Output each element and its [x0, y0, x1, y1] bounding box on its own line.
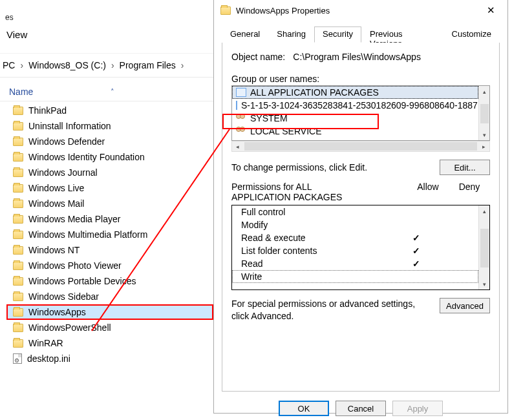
edit-button[interactable]: Edit...	[440, 160, 490, 175]
folder-icon	[13, 339, 23, 348]
file-name: Windows Journal	[28, 167, 98, 178]
scrollbar-thumb[interactable]	[244, 142, 477, 151]
close-button[interactable]: ✕	[476, 1, 505, 19]
permission-allow-cell: ✓	[396, 233, 437, 243]
file-name: Windows Media Player	[28, 214, 120, 224]
view-menu[interactable]: View	[0, 24, 213, 53]
file-row[interactable]: Windows NT	[6, 242, 213, 258]
advanced-button[interactable]: Advanced	[440, 298, 490, 313]
file-row[interactable]: Windows Media Player	[6, 211, 213, 227]
users-icon	[236, 114, 246, 123]
file-name: Windows Multimedia Platform	[28, 229, 147, 240]
breadcrumb-segment[interactable]: Windows8_OS (C:)	[28, 60, 106, 70]
file-row[interactable]: Windows Sidebar	[6, 289, 213, 304]
vertical-scrollbar[interactable]: ▴ ▾	[478, 205, 489, 289]
file-name: ThinkPad	[28, 105, 67, 116]
principal-label: LOCAL SERVICE	[250, 126, 322, 136]
tab-sharing[interactable]: Sharing	[268, 26, 314, 43]
permission-allow-cell: ✓	[396, 258, 437, 269]
folder-icon	[13, 122, 23, 131]
file-name: WindowsPowerShell	[28, 322, 111, 333]
folder-icon	[220, 6, 231, 15]
apply-button[interactable]: Apply	[392, 401, 443, 416]
folder-icon	[13, 215, 23, 224]
file-row[interactable]: Windows Mail	[6, 196, 213, 211]
file-name: Windows Photo Viewer	[28, 260, 122, 271]
permission-row[interactable]: Full control	[232, 205, 478, 218]
file-row[interactable]: Windows Multimedia Platform	[6, 227, 213, 242]
column-deny-header: Deny	[449, 182, 490, 202]
scroll-down-arrow-icon[interactable]: ▾	[479, 278, 489, 289]
folder-icon	[13, 231, 23, 239]
permission-row[interactable]: Modify	[232, 218, 478, 231]
properties-dialog: WindowsApps Properties ✕ GeneralSharingS…	[213, 0, 508, 414]
principal-label: SYSTEM	[250, 113, 288, 123]
permission-row[interactable]: Read & execute✓	[232, 231, 478, 244]
file-row[interactable]: Windows Portable Devices	[6, 273, 213, 289]
config-file-icon	[13, 353, 22, 364]
file-row[interactable]: Windows Identity Foundation	[6, 149, 213, 165]
file-row[interactable]: ThinkPad	[6, 103, 213, 118]
ok-button[interactable]: OK	[279, 401, 329, 416]
file-row[interactable]: Uninstall Information	[6, 118, 213, 134]
horizontal-scrollbar[interactable]: ◂ ▸	[231, 141, 490, 152]
security-tab-content: Object name: C:\Program Files\WindowsApp…	[222, 43, 500, 392]
permission-allow-cell: ✓	[396, 246, 437, 256]
permission-label: Read	[241, 258, 396, 269]
file-row[interactable]: Windows Live	[6, 180, 213, 196]
permission-label: Full control	[241, 207, 396, 217]
file-row[interactable]: Windows Defender	[6, 134, 213, 149]
folder-icon	[13, 200, 23, 208]
folder-icon	[13, 138, 23, 146]
tab-strip: GeneralSharingSecurityPrevious VersionsC…	[222, 26, 500, 43]
scroll-up-arrow-icon[interactable]: ▴	[479, 205, 489, 216]
permission-label: Read & execute	[241, 233, 396, 243]
chevron-right-icon: ›	[20, 60, 23, 70]
file-row[interactable]: WindowsPowerShell	[6, 320, 213, 335]
file-row[interactable]: WindowsApps	[6, 304, 213, 320]
scrollbar-thumb[interactable]	[480, 229, 489, 268]
vertical-scrollbar[interactable]: ▴ ▾	[478, 86, 489, 140]
breadcrumb-segment[interactable]: PC	[3, 60, 15, 70]
file-name: Windows Portable Devices	[28, 276, 136, 286]
file-row[interactable]: Windows Journal	[6, 165, 213, 180]
scroll-up-arrow-icon[interactable]: ▴	[479, 86, 489, 97]
permission-label: Modify	[241, 220, 396, 230]
file-row[interactable]: WinRAR	[6, 335, 213, 351]
folder-icon	[13, 107, 23, 115]
file-explorer-window: es View PC › Windows8_OS (C:) › Program …	[0, 9, 213, 407]
file-row[interactable]: Windows Photo Viewer	[6, 258, 213, 273]
scroll-right-arrow-icon[interactable]: ▸	[478, 142, 489, 151]
file-row[interactable]: desktop.ini	[6, 351, 213, 366]
scroll-down-arrow-icon[interactable]: ▾	[479, 129, 489, 140]
column-header-label: Name	[9, 87, 33, 97]
principal-item[interactable]: ALL APPLICATION PACKAGES	[232, 86, 478, 99]
permissions-listbox[interactable]: Full controlModifyRead & execute✓List fo…	[232, 205, 478, 289]
column-header-name[interactable]: Name ˄	[0, 77, 213, 101]
principal-label: S-1-15-3-1024-3635283841-2530182609-9968…	[241, 100, 478, 110]
breadcrumb[interactable]: PC › Windows8_OS (C:) › Program Files ›	[0, 56, 213, 77]
principal-item[interactable]: SYSTEM	[232, 112, 478, 125]
permission-row[interactable]: List folder contents✓	[232, 244, 478, 257]
breadcrumb-segment[interactable]: Program Files	[120, 60, 176, 70]
principals-listbox[interactable]: ALL APPLICATION PACKAGESS-1-15-3-1024-36…	[232, 86, 478, 140]
scroll-left-arrow-icon[interactable]: ◂	[232, 142, 243, 151]
users-icon	[236, 127, 246, 136]
tab-general[interactable]: General	[222, 26, 268, 43]
file-name: Windows Live	[28, 183, 84, 193]
principal-item[interactable]: LOCAL SERVICE	[232, 125, 478, 138]
cancel-button[interactable]: Cancel	[336, 401, 386, 416]
permission-label: List folder contents	[241, 246, 396, 256]
permissions-for-label: Permissions for ALL	[231, 182, 407, 192]
tab-customize[interactable]: Customize	[443, 26, 500, 43]
principal-item[interactable]: S-1-15-3-1024-3635283841-2530182609-9968…	[232, 99, 478, 112]
folder-icon	[13, 246, 23, 255]
scrollbar-thumb[interactable]	[480, 104, 489, 123]
tab-previous-versions[interactable]: Previous Versions	[361, 26, 443, 43]
tab-security[interactable]: Security	[314, 26, 361, 43]
permission-row[interactable]: Read✓	[232, 257, 478, 270]
file-name: Windows Defender	[28, 136, 105, 147]
folder-icon	[13, 169, 23, 177]
permission-row[interactable]: Write	[232, 270, 478, 283]
permission-label: Write	[241, 271, 396, 282]
